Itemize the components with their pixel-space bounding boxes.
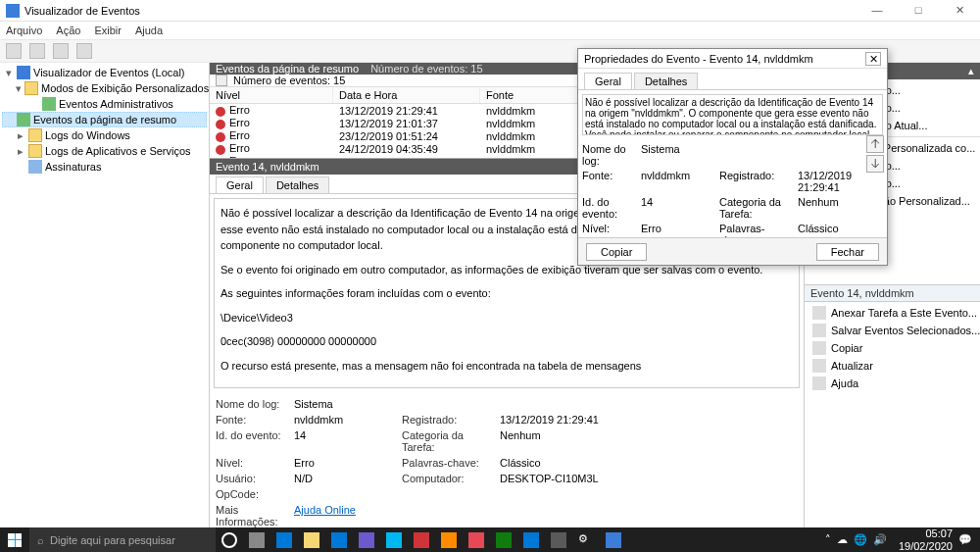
tree-root[interactable]: Visualizador de Eventos (Local) xyxy=(33,67,185,78)
app-icon-3[interactable] xyxy=(463,527,490,552)
app-icon xyxy=(17,66,30,79)
start-button[interactable] xyxy=(0,527,29,552)
app-icon-6[interactable] xyxy=(545,527,572,552)
nav-tree[interactable]: ▾Visualizador de Eventos (Local) ▾Modos … xyxy=(0,63,210,527)
val-eventid: 14 xyxy=(294,429,392,453)
tree-win-logs[interactable]: Logs do Windows xyxy=(45,129,130,141)
onedrive-icon[interactable]: ☁ xyxy=(837,533,848,546)
explorer-icon[interactable] xyxy=(298,527,325,552)
security-icon[interactable] xyxy=(353,527,380,552)
store-icon[interactable] xyxy=(325,527,353,552)
folder-icon xyxy=(28,128,42,142)
eventviewer-taskbar-icon[interactable] xyxy=(600,527,627,552)
action-icon xyxy=(812,324,826,337)
volume-icon[interactable]: 🔊 xyxy=(873,533,887,546)
action-icon xyxy=(812,359,826,373)
view-icon xyxy=(42,97,56,111)
app-icon-4[interactable] xyxy=(490,527,517,552)
toolbar-icon-4[interactable] xyxy=(76,43,92,59)
dialog-tab-details[interactable]: Detalhes xyxy=(634,73,698,89)
maximize-button[interactable]: □ xyxy=(904,4,933,17)
tree-admin-events[interactable]: Eventos Administrativos xyxy=(59,98,173,110)
lbl-logname: Nome do log: xyxy=(216,398,284,410)
app-icon-5[interactable] xyxy=(517,527,545,552)
dialog-titlebar[interactable]: Propriedades do Evento - Evento 14, nvld… xyxy=(578,49,887,69)
detail-properties: Nome do log: Sistema Fonte: nvlddmkm Reg… xyxy=(216,398,804,527)
cortana-icon[interactable] xyxy=(216,527,243,552)
clock[interactable]: 05:07 19/02/2020 xyxy=(899,527,953,551)
dialog-tab-general[interactable]: Geral xyxy=(584,73,632,89)
val-computer: DESKTOP-CI10M3L xyxy=(500,473,617,484)
col-datetime[interactable]: Data e Hora xyxy=(333,87,480,103)
action-icon xyxy=(812,376,826,390)
dialog-properties: Nome do log:Sistema Fonte:nvlddmkm Regis… xyxy=(582,143,883,237)
edge-icon[interactable] xyxy=(270,527,298,552)
window-titlebar: Visualizador de Eventos — □ ✕ xyxy=(0,0,980,22)
lbl-more: Mais Informações: xyxy=(216,504,284,527)
action-item[interactable]: Copiar xyxy=(805,339,980,357)
lbl-eventid: Id. do evento: xyxy=(216,429,284,453)
system-tray[interactable]: ˄ ☁ 🌐 🔊 05:07 19/02/2020 💬 xyxy=(825,527,980,551)
detail-text4: \Device\Video3 xyxy=(220,310,793,326)
dialog-prev-button[interactable]: 🡡 xyxy=(866,135,884,153)
notifications-icon[interactable]: 💬 xyxy=(958,533,972,546)
col-level[interactable]: Nível xyxy=(210,87,333,103)
action-item[interactable]: Salvar Eventos Selecionados... xyxy=(805,322,980,339)
tab-general[interactable]: Geral xyxy=(216,176,264,193)
val-opcode xyxy=(294,488,392,500)
val-source: nvlddmkm xyxy=(294,414,392,426)
action-icon xyxy=(812,341,826,355)
tree-subs[interactable]: Assinaturas xyxy=(45,161,101,173)
action-item[interactable]: Anexar Tarefa a Este Evento... xyxy=(805,304,980,322)
filter-icon[interactable] xyxy=(216,75,227,86)
taskview-icon[interactable] xyxy=(243,527,270,552)
tree-custom-views[interactable]: Modos de Exibição Personalizados xyxy=(41,82,209,94)
col-source[interactable]: Fonte xyxy=(480,87,578,103)
network-icon[interactable]: 🌐 xyxy=(854,533,867,546)
dialog-description[interactable] xyxy=(582,94,883,135)
app-icon-1[interactable] xyxy=(408,527,435,552)
toolbar-icon-3[interactable] xyxy=(53,43,69,59)
search-placeholder: Digite aqui para pesquisar xyxy=(50,534,175,546)
action-item[interactable]: Atualizar xyxy=(805,357,980,375)
taskbar-apps: ⚙ xyxy=(216,527,627,552)
folder-icon xyxy=(28,144,42,158)
dialog-copy-button[interactable]: Copiar xyxy=(586,243,647,261)
detail-text6: O recurso está presente, mas a mensagem … xyxy=(220,358,793,375)
action-item[interactable]: Ajuda xyxy=(805,375,980,392)
val-logname: Sistema xyxy=(294,398,392,410)
lbl-user: Usuário: xyxy=(216,473,284,484)
search-box[interactable]: ⌕ Digite aqui para pesquisar xyxy=(29,527,216,552)
menu-arquivo[interactable]: Arquivo xyxy=(6,25,42,36)
lbl-logged: Registrado: xyxy=(402,414,490,426)
action-icon xyxy=(812,306,826,320)
window-title: Visualizador de Eventos xyxy=(24,5,140,17)
error-icon xyxy=(216,145,225,155)
val-user: N/D xyxy=(294,473,392,484)
logitech-icon[interactable] xyxy=(380,527,408,552)
dialog-next-button[interactable]: 🡣 xyxy=(866,155,884,173)
tree-app-logs[interactable]: Logs de Aplicativos e Serviços xyxy=(45,145,191,157)
taskbar[interactable]: ⌕ Digite aqui para pesquisar ⚙ ˄ ☁ 🌐 🔊 0… xyxy=(0,527,980,552)
dialog-close-button[interactable]: Fechar xyxy=(816,243,879,261)
tray-expand-icon[interactable]: ˄ xyxy=(825,533,831,546)
val-keywords: Clássico xyxy=(500,457,617,469)
tree-summary-events[interactable]: Eventos da página de resumo xyxy=(33,114,176,125)
app-icon-2[interactable] xyxy=(435,527,463,552)
error-icon xyxy=(216,107,225,117)
toolbar-forward-icon[interactable] xyxy=(29,43,45,59)
link-more-info[interactable]: Ajuda Online xyxy=(294,504,392,527)
tab-details[interactable]: Detalhes xyxy=(266,176,329,193)
lbl-level: Nível: xyxy=(216,457,284,469)
collapse-icon[interactable]: ▴ xyxy=(968,65,974,77)
minimize-button[interactable]: — xyxy=(862,4,892,17)
menu-ajuda[interactable]: Ajuda xyxy=(135,25,163,36)
dialog-close-icon[interactable]: ✕ xyxy=(865,52,881,66)
settings-icon[interactable]: ⚙ xyxy=(572,527,600,552)
filter-label: Número de eventos: 15 xyxy=(233,75,345,86)
toolbar-back-icon[interactable] xyxy=(6,43,22,59)
menu-exibir[interactable]: Exibir xyxy=(94,25,122,36)
lbl-keywords: Palavras-chave: xyxy=(402,457,490,469)
menu-acao[interactable]: Ação xyxy=(56,25,80,36)
close-button[interactable]: ✕ xyxy=(945,4,974,17)
